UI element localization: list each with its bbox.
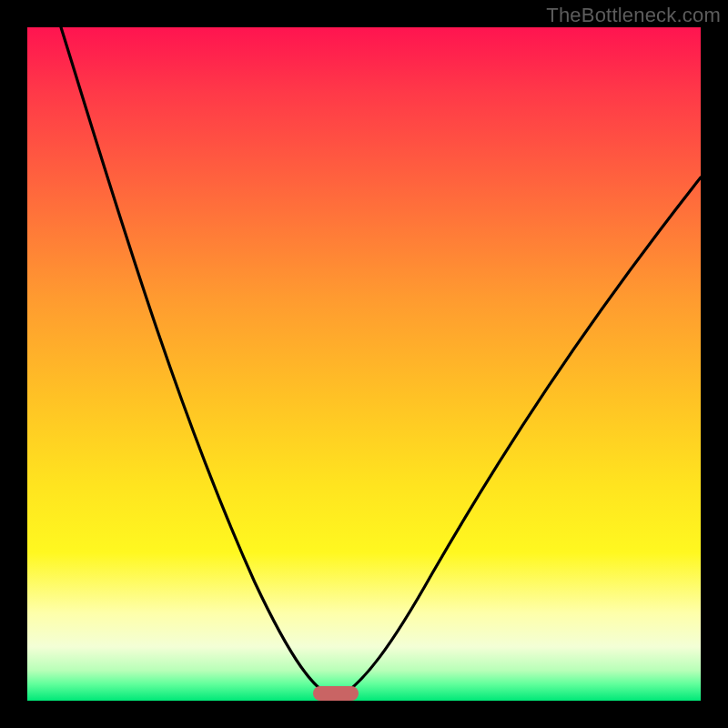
- optimum-marker: [313, 686, 359, 701]
- outer-frame: TheBottleneck.com: [0, 0, 728, 728]
- curve-layer: [27, 27, 701, 701]
- plot-area: [27, 27, 701, 701]
- curve-left-branch: [61, 27, 335, 698]
- curve-right-branch: [339, 177, 701, 698]
- watermark-text: TheBottleneck.com: [546, 4, 721, 27]
